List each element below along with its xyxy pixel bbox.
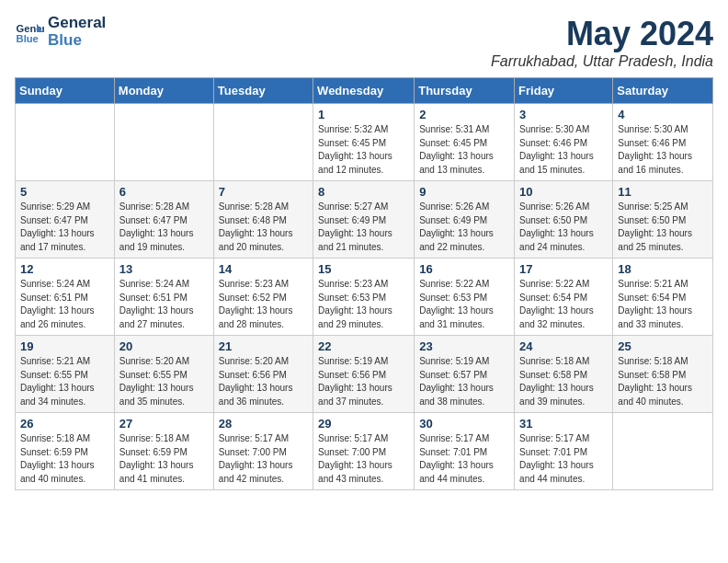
calendar-day-cell: 29Sunrise: 5:17 AM Sunset: 7:00 PM Dayli…: [313, 413, 415, 490]
calendar-day-cell: 30Sunrise: 5:17 AM Sunset: 7:01 PM Dayli…: [415, 413, 515, 490]
day-info: Sunrise: 5:31 AM Sunset: 6:45 PM Dayligh…: [419, 123, 509, 177]
weekday-header: Thursday: [415, 78, 515, 104]
day-info: Sunrise: 5:26 AM Sunset: 6:49 PM Dayligh…: [419, 201, 509, 254]
page-header: General Blue General Blue May 2024 Farru…: [15, 15, 713, 70]
day-info: Sunrise: 5:18 AM Sunset: 6:58 PM Dayligh…: [519, 355, 608, 408]
day-info: Sunrise: 5:17 AM Sunset: 7:01 PM Dayligh…: [419, 432, 509, 486]
calendar-day-cell: 8Sunrise: 5:27 AM Sunset: 6:49 PM Daylig…: [313, 181, 415, 259]
calendar-day-cell: 6Sunrise: 5:28 AM Sunset: 6:47 PM Daylig…: [114, 181, 213, 259]
calendar-day-cell: 20Sunrise: 5:20 AM Sunset: 6:55 PM Dayli…: [114, 336, 213, 413]
day-number: 7: [219, 185, 308, 199]
weekday-header: Wednesday: [313, 78, 415, 104]
day-number: 30: [419, 417, 509, 431]
day-info: Sunrise: 5:20 AM Sunset: 6:55 PM Dayligh…: [119, 355, 209, 408]
calendar-day-cell: [16, 104, 115, 181]
calendar-day-cell: 2Sunrise: 5:31 AM Sunset: 6:45 PM Daylig…: [415, 104, 515, 181]
day-number: 14: [219, 262, 308, 276]
day-info: Sunrise: 5:32 AM Sunset: 6:45 PM Dayligh…: [318, 123, 409, 177]
day-number: 15: [318, 262, 409, 276]
day-number: 3: [519, 108, 608, 121]
day-info: Sunrise: 5:27 AM Sunset: 6:49 PM Dayligh…: [318, 201, 409, 254]
svg-text:Blue: Blue: [17, 33, 39, 44]
day-number: 5: [20, 185, 109, 199]
calendar-day-cell: 5Sunrise: 5:29 AM Sunset: 6:47 PM Daylig…: [16, 181, 115, 259]
calendar-week-row: 26Sunrise: 5:18 AM Sunset: 6:59 PM Dayli…: [16, 413, 713, 490]
calendar-day-cell: 16Sunrise: 5:22 AM Sunset: 6:53 PM Dayli…: [415, 259, 515, 336]
calendar-day-cell: 31Sunrise: 5:17 AM Sunset: 7:01 PM Dayli…: [515, 413, 613, 490]
calendar-week-row: 5Sunrise: 5:29 AM Sunset: 6:47 PM Daylig…: [16, 181, 713, 259]
calendar-day-cell: 14Sunrise: 5:23 AM Sunset: 6:52 PM Dayli…: [213, 259, 313, 336]
day-number: 17: [519, 262, 608, 276]
day-info: Sunrise: 5:18 AM Sunset: 6:58 PM Dayligh…: [618, 355, 708, 408]
day-info: Sunrise: 5:28 AM Sunset: 6:48 PM Dayligh…: [219, 201, 308, 254]
day-number: 2: [419, 108, 509, 121]
calendar-week-row: 1Sunrise: 5:32 AM Sunset: 6:45 PM Daylig…: [16, 104, 713, 181]
weekday-header: Saturday: [613, 78, 713, 104]
calendar-week-row: 19Sunrise: 5:21 AM Sunset: 6:55 PM Dayli…: [16, 336, 713, 413]
day-number: 25: [618, 339, 708, 353]
calendar-day-cell: 28Sunrise: 5:17 AM Sunset: 7:00 PM Dayli…: [213, 413, 313, 490]
day-number: 16: [419, 262, 509, 276]
calendar-day-cell: 17Sunrise: 5:22 AM Sunset: 6:54 PM Dayli…: [515, 259, 613, 336]
calendar-day-cell: 13Sunrise: 5:24 AM Sunset: 6:51 PM Dayli…: [114, 259, 213, 336]
calendar-day-cell: [613, 413, 713, 490]
day-info: Sunrise: 5:21 AM Sunset: 6:55 PM Dayligh…: [20, 355, 109, 408]
day-info: Sunrise: 5:21 AM Sunset: 6:54 PM Dayligh…: [618, 278, 708, 331]
day-number: 29: [318, 417, 409, 431]
day-info: Sunrise: 5:17 AM Sunset: 7:01 PM Dayligh…: [519, 432, 608, 486]
title-block: May 2024 Farrukhabad, Uttar Pradesh, Ind…: [491, 15, 713, 70]
day-info: Sunrise: 5:22 AM Sunset: 6:53 PM Dayligh…: [419, 278, 509, 331]
calendar-day-cell: [114, 104, 213, 181]
day-number: 1: [318, 108, 409, 121]
weekday-header: Friday: [515, 78, 613, 104]
day-info: Sunrise: 5:25 AM Sunset: 6:50 PM Dayligh…: [618, 201, 708, 254]
calendar-day-cell: 7Sunrise: 5:28 AM Sunset: 6:48 PM Daylig…: [213, 181, 313, 259]
logo-icon: General Blue: [15, 17, 44, 47]
day-number: 20: [119, 339, 209, 353]
calendar-day-cell: 23Sunrise: 5:19 AM Sunset: 6:57 PM Dayli…: [415, 336, 515, 413]
logo-text: General Blue: [48, 15, 106, 49]
day-number: 28: [219, 417, 308, 431]
calendar-day-cell: 11Sunrise: 5:25 AM Sunset: 6:50 PM Dayli…: [613, 181, 713, 259]
logo: General Blue General Blue: [15, 15, 106, 49]
day-number: 4: [618, 108, 708, 121]
day-info: Sunrise: 5:18 AM Sunset: 6:59 PM Dayligh…: [119, 432, 209, 486]
day-info: Sunrise: 5:29 AM Sunset: 6:47 PM Dayligh…: [20, 201, 109, 254]
day-info: Sunrise: 5:30 AM Sunset: 6:46 PM Dayligh…: [519, 123, 608, 177]
day-info: Sunrise: 5:26 AM Sunset: 6:50 PM Dayligh…: [519, 201, 608, 254]
day-number: 26: [20, 417, 109, 431]
month-title: May 2024: [491, 15, 713, 53]
day-number: 10: [519, 185, 608, 199]
calendar-day-cell: 24Sunrise: 5:18 AM Sunset: 6:58 PM Dayli…: [515, 336, 613, 413]
day-info: Sunrise: 5:24 AM Sunset: 6:51 PM Dayligh…: [119, 278, 209, 331]
day-info: Sunrise: 5:20 AM Sunset: 6:56 PM Dayligh…: [219, 355, 308, 408]
day-number: 8: [318, 185, 409, 199]
calendar-day-cell: 12Sunrise: 5:24 AM Sunset: 6:51 PM Dayli…: [16, 259, 115, 336]
day-number: 13: [119, 262, 209, 276]
calendar-day-cell: 19Sunrise: 5:21 AM Sunset: 6:55 PM Dayli…: [16, 336, 115, 413]
day-info: Sunrise: 5:17 AM Sunset: 7:00 PM Dayligh…: [219, 432, 308, 486]
day-number: 19: [20, 339, 109, 353]
day-info: Sunrise: 5:30 AM Sunset: 6:46 PM Dayligh…: [618, 123, 708, 177]
day-info: Sunrise: 5:28 AM Sunset: 6:47 PM Dayligh…: [119, 201, 209, 254]
calendar-table: SundayMondayTuesdayWednesdayThursdayFrid…: [15, 77, 713, 490]
calendar-day-cell: 22Sunrise: 5:19 AM Sunset: 6:56 PM Dayli…: [313, 336, 415, 413]
calendar-day-cell: 25Sunrise: 5:18 AM Sunset: 6:58 PM Dayli…: [613, 336, 713, 413]
day-info: Sunrise: 5:19 AM Sunset: 6:56 PM Dayligh…: [318, 355, 409, 408]
calendar-day-cell: 21Sunrise: 5:20 AM Sunset: 6:56 PM Dayli…: [213, 336, 313, 413]
day-info: Sunrise: 5:22 AM Sunset: 6:54 PM Dayligh…: [519, 278, 608, 331]
calendar-day-cell: 9Sunrise: 5:26 AM Sunset: 6:49 PM Daylig…: [415, 181, 515, 259]
calendar-day-cell: 10Sunrise: 5:26 AM Sunset: 6:50 PM Dayli…: [515, 181, 613, 259]
day-number: 23: [419, 339, 509, 353]
calendar-day-cell: 1Sunrise: 5:32 AM Sunset: 6:45 PM Daylig…: [313, 104, 415, 181]
day-number: 12: [20, 262, 109, 276]
day-number: 6: [119, 185, 209, 199]
calendar-week-row: 12Sunrise: 5:24 AM Sunset: 6:51 PM Dayli…: [16, 259, 713, 336]
weekday-header: Monday: [114, 78, 213, 104]
calendar-day-cell: 26Sunrise: 5:18 AM Sunset: 6:59 PM Dayli…: [16, 413, 115, 490]
day-info: Sunrise: 5:17 AM Sunset: 7:00 PM Dayligh…: [318, 432, 409, 486]
calendar-day-cell: 15Sunrise: 5:23 AM Sunset: 6:53 PM Dayli…: [313, 259, 415, 336]
location-title: Farrukhabad, Uttar Pradesh, India: [491, 53, 713, 70]
calendar-day-cell: 3Sunrise: 5:30 AM Sunset: 6:46 PM Daylig…: [515, 104, 613, 181]
weekday-header: Sunday: [16, 78, 115, 104]
